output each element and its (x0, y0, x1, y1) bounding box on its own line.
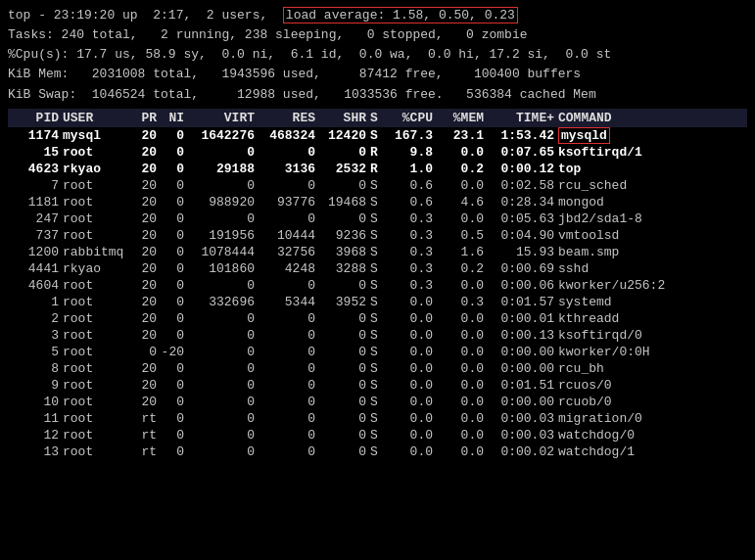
table-row: 4604root200000S0.30.00:00.06kworker/u256… (8, 277, 747, 294)
table-row: 247root200000S0.30.00:05.63jbd2/sda1-8 (8, 210, 747, 227)
table-row: 15root200000R9.80.00:07.65ksoftirqd/1 (8, 144, 747, 161)
table-row: 3root200000S0.00.00:00.13ksoftirqd/0 (8, 327, 747, 344)
table-row: 737root200191956104449236S0.30.50:04.90v… (8, 227, 747, 244)
process-table: PID USER PR NI VIRT RES SHR S %CPU %MEM … (8, 109, 747, 460)
col-user: USER (63, 111, 129, 125)
header-line-5: KiB Swap: 1046524 total, 12988 used, 103… (8, 85, 747, 105)
table-header-row: PID USER PR NI VIRT RES SHR S %CPU %MEM … (8, 109, 747, 127)
table-row: 9root200000S0.00.00:01.51rcuos/0 (8, 377, 747, 394)
col-time: TIME+ (484, 111, 554, 125)
table-row: 12rootrt0000S0.00.00:00.03watchdog/0 (8, 427, 747, 443)
header-line1-pre: top - 23:19:20 up 2:17, 2 users, (8, 8, 283, 23)
col-command: COMMAND (554, 111, 743, 125)
table-row: 1174mysql200164227646832412420S167.323.1… (8, 127, 747, 144)
header-line-1: top - 23:19:20 up 2:17, 2 users, load av… (8, 6, 747, 25)
col-pid: PID (12, 111, 63, 125)
table-row: 11rootrt0000S0.00.00:00.03migration/0 (8, 410, 747, 427)
col-virt: VIRT (184, 111, 255, 125)
table-row: 10root200000S0.00.00:00.00rcuob/0 (8, 394, 747, 410)
load-avg-highlight: load average: 1.58, 0.50, 0.23 (283, 7, 518, 23)
table-row: 2root200000S0.00.00:00.01kthreadd (8, 310, 747, 327)
col-ni: NI (157, 111, 184, 125)
header-line-3: %Cpu(s): 17.7 us, 58.9 sy, 0.0 ni, 6.1 i… (8, 45, 747, 65)
table-row: 7root200000S0.60.00:02.58rcu_sched (8, 177, 747, 194)
table-row: 5root0-20000S0.00.00:00.00kworker/0:0H (8, 344, 747, 360)
table-body: 1174mysql200164227646832412420S167.323.1… (8, 127, 747, 460)
col-s: S (366, 111, 382, 125)
col-shr: SHR (315, 111, 366, 125)
table-row: 1root20033269653443952S0.00.30:01.57syst… (8, 294, 747, 310)
table-row: 4441rkyao20010186042483288S0.30.20:00.69… (8, 260, 747, 277)
header-line-4: KiB Mem: 2031008 total, 1943596 used, 87… (8, 65, 747, 84)
table-row: 8root200000S0.00.00:00.00rcu_bh (8, 360, 747, 377)
col-pr: PR (129, 111, 157, 125)
table-row: 4623rkyao2002918831362532R1.00.20:00.12t… (8, 161, 747, 177)
col-res: RES (255, 111, 315, 125)
mysqld-highlight: mysqld (558, 127, 610, 144)
table-row: 1181root2009889209377619468S0.64.60:28.3… (8, 194, 747, 210)
table-row: 13rootrt0000S0.00.00:00.02watchdog/1 (8, 443, 747, 460)
col-mem: %MEM (433, 111, 484, 125)
header-section: top - 23:19:20 up 2:17, 2 users, load av… (8, 6, 747, 105)
header-line-2: Tasks: 240 total, 2 running, 238 sleepin… (8, 25, 747, 45)
col-cpu: %CPU (382, 111, 433, 125)
table-row: 1200rabbitmq2001078444327563968S0.31.615… (8, 244, 747, 260)
